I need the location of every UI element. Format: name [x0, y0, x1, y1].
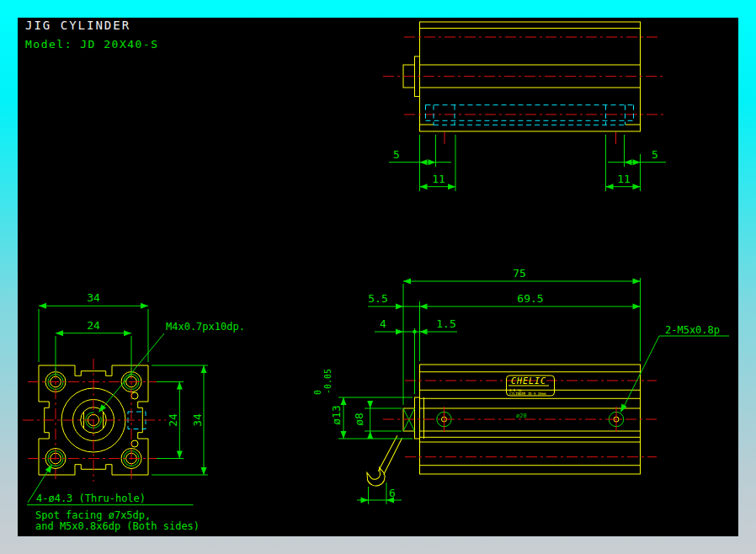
label-ports: 2-M5x0.8p [665, 324, 720, 336]
dim-side-75: 75 [513, 267, 526, 280]
bore-mark: ø20 [516, 413, 527, 419]
dim-side-dia8: ø8 [353, 413, 365, 426]
dim-front-34-top: 34 [87, 291, 100, 304]
nameplate-brand: CHELIC [511, 376, 546, 386]
dim-front-34-right: 34 [191, 413, 204, 427]
top-view: 5 11 11 5 [383, 22, 666, 191]
side-view-flange [415, 397, 420, 439]
wrench-icon [356, 434, 415, 489]
nameplate-line2: CYLINDER JD-S 20mm [509, 392, 546, 396]
nameplate: CHELIC A-5 tp CYLINDER JD-S 20mm [507, 376, 555, 396]
dim-side-69-5: 69.5 [517, 292, 543, 305]
dim-top-right-11: 11 [617, 173, 631, 185]
dim-top-left-11: 11 [432, 173, 445, 185]
dim-side-4: 4 [380, 317, 386, 330]
dim-side-1-5: 1.5 [436, 317, 455, 330]
label-spot-facing-1: Spot facing ø7x5dp, [35, 509, 151, 521]
dim-side-6: 6 [389, 487, 396, 499]
side-view: CHELIC A-5 tp CYLINDER JD-S 20mm ø20 75 [313, 267, 729, 504]
cad-desktop: { "header": { "title": "JIG CYLINDER", "… [0, 0, 756, 554]
label-spot-facing-2: and M5x0.8x6dp (Both sides) [35, 520, 200, 532]
front-view-dimensions: 34 24 24 34 M4x0.7px10dp. [27, 291, 245, 532]
cad-drawing: 5 11 11 5 [0, 0, 756, 554]
top-view-dimensions: 5 11 11 5 [389, 135, 666, 191]
dim-top-left-5: 5 [393, 148, 400, 161]
dim-side-dia13-tol-upper: 0 [313, 390, 322, 395]
front-view: 34 24 24 34 M4x0.7px10dp. [23, 291, 245, 532]
dim-top-right-5: 5 [652, 148, 658, 161]
label-thru-hole: 4-ø4.3 (Thru-hole) [36, 493, 146, 504]
dim-side-5-5: 5.5 [368, 292, 387, 305]
top-view-centerlines [383, 37, 665, 144]
dim-front-24-top: 24 [87, 319, 100, 332]
dim-front-24-right: 24 [167, 413, 179, 427]
label-m4-thread: M4x0.7px10dp. [166, 321, 245, 333]
dim-side-dia13-tol-lower: -0.05 [323, 369, 333, 394]
dim-side-dia13: ø13 [330, 405, 343, 424]
front-view-centerlines [23, 359, 166, 482]
